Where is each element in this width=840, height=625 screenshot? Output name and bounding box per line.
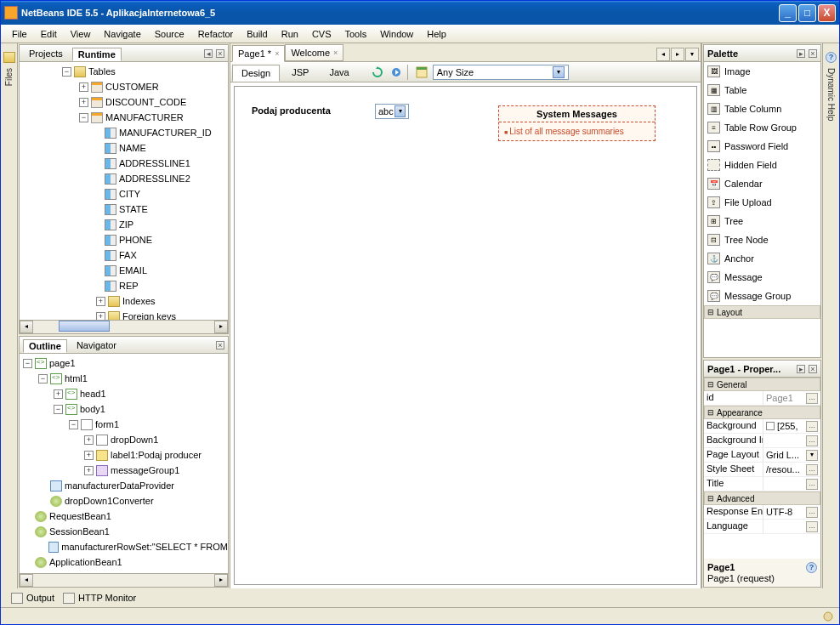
col-email[interactable]: EMAIL	[119, 265, 147, 276]
node-discount[interactable]: DISCOUNT_CODE	[105, 97, 186, 107]
prop-layout[interactable]: Page LayoutGrid L...▾	[704, 448, 820, 463]
menu-file[interactable]: File	[6, 27, 33, 41]
node-manufacturer[interactable]: MANUFACTURER	[105, 112, 184, 122]
files-tab[interactable]: Files	[4, 68, 14, 86]
section-advanced[interactable]: Advanced	[704, 491, 820, 505]
menu-run[interactable]: Run	[275, 27, 304, 41]
panel-close-icon[interactable]: ×	[809, 49, 817, 58]
prop-language[interactable]: Language…	[704, 520, 820, 534]
palette-item-table[interactable]: ▦Table	[704, 81, 820, 99]
close-button[interactable]: X	[818, 4, 836, 22]
nav-menu-button[interactable]: ▾	[685, 48, 699, 61]
col-state[interactable]: STATE	[119, 204, 148, 214]
panel-left-icon[interactable]: ◂	[204, 49, 213, 58]
tab-close-icon[interactable]: ×	[275, 49, 279, 58]
node-body1[interactable]: body1	[80, 404, 105, 414]
form-label[interactable]: Podaj producenta	[252, 105, 331, 116]
palette-item-table-row-group[interactable]: ≡Table Row Group	[704, 118, 820, 137]
node-page1[interactable]: page1	[49, 358, 76, 368]
node-conv[interactable]: dropDown1Converter	[65, 496, 154, 506]
ellipsis-icon[interactable]: …	[806, 507, 818, 518]
node-head1[interactable]: head1	[80, 389, 106, 399]
subtab-java[interactable]: Java	[321, 65, 357, 80]
node-label1[interactable]: label1:Podaj producer	[111, 450, 201, 460]
node-tables[interactable]: Tables	[88, 66, 116, 77]
dropdown-component[interactable]: abc▾	[375, 104, 409, 119]
tab-runtime[interactable]: Runtime	[72, 48, 122, 61]
palette-item-message[interactable]: 💬Message	[704, 268, 820, 287]
palette-item-calendar[interactable]: 📅Calendar	[704, 174, 820, 193]
ellipsis-icon[interactable]: …	[806, 393, 818, 404]
ellipsis-icon[interactable]: …	[806, 421, 818, 432]
panel-close-icon[interactable]: ×	[809, 365, 817, 373]
tab-close-icon[interactable]: ×	[333, 48, 338, 57]
section-general[interactable]: General	[704, 378, 820, 391]
palette-item-anchor[interactable]: ⚓Anchor	[704, 249, 820, 268]
nav-prev-button[interactable]: ◂	[656, 48, 670, 61]
preview-icon[interactable]	[389, 65, 404, 80]
palette-item-password[interactable]: ••Password Field	[704, 137, 820, 156]
node-rowset[interactable]: manufacturerRowSet:"SELECT * FROM	[61, 542, 228, 552]
browser-icon[interactable]	[414, 65, 429, 80]
node-mg1[interactable]: messageGroup1	[111, 465, 179, 475]
node-app[interactable]: ApplicationBean1	[49, 557, 122, 567]
output-tab[interactable]: Output	[11, 593, 54, 604]
http-monitor-tab[interactable]: HTTP Monitor	[63, 593, 136, 604]
minimize-button[interactable]: _	[779, 4, 797, 22]
prop-background[interactable]: Background[255,…	[704, 419, 820, 434]
help-icon[interactable]: ?	[806, 562, 817, 573]
prop-title[interactable]: Title…	[704, 477, 820, 491]
palette-item-image[interactable]: 🖼Image	[704, 62, 820, 81]
subtab-jsp[interactable]: JSP	[283, 65, 317, 80]
menu-navigate[interactable]: Navigate	[98, 27, 146, 41]
tab-outline[interactable]: Outline	[23, 339, 67, 353]
menu-help[interactable]: Help	[421, 27, 452, 41]
size-select[interactable]: Any Size▾	[433, 65, 569, 80]
col-rep[interactable]: REP	[119, 281, 139, 291]
panel-close-icon[interactable]: ×	[216, 49, 224, 58]
section-appearance[interactable]: Appearance	[704, 406, 820, 419]
file-tab-welcome[interactable]: Welcome×	[285, 44, 343, 61]
panel-right-icon[interactable]: ▸	[797, 365, 805, 373]
message-group[interactable]: System Messages List of all message summ…	[498, 105, 656, 141]
col-mid[interactable]: MANUFACTURER_ID	[119, 128, 212, 138]
col-fax[interactable]: FAX	[119, 250, 137, 260]
col-zip[interactable]: ZIP	[119, 219, 133, 230]
menu-window[interactable]: Window	[374, 27, 419, 41]
tab-projects[interactable]: Projects	[23, 47, 69, 60]
file-tab-page1[interactable]: Page1 *×	[232, 45, 285, 62]
col-addr1[interactable]: ADDRESSLINE1	[119, 158, 190, 168]
prop-bgimage[interactable]: Background Im…	[704, 434, 820, 448]
dynamic-help-tab[interactable]: Dynamic Help	[826, 68, 836, 121]
palette-item-treenode[interactable]: ⊟Tree Node	[704, 230, 820, 249]
palette-item-tree[interactable]: ⊞Tree	[704, 212, 820, 230]
col-addr2[interactable]: ADDRESSLINE2	[119, 173, 190, 184]
menu-view[interactable]: View	[65, 27, 97, 41]
node-mdp[interactable]: manufacturerDataProvider	[65, 480, 174, 491]
design-canvas[interactable]: Podaj producenta abc▾ System Messages Li…	[230, 82, 701, 588]
prop-stylesheet[interactable]: Style Sheet/resou...…	[704, 463, 820, 477]
h-scrollbar[interactable]: ◂▸	[20, 320, 228, 333]
ellipsis-icon[interactable]: …	[806, 521, 818, 532]
node-customer[interactable]: CUSTOMER	[105, 82, 159, 92]
palette-item-table-column[interactable]: ▥Table Column	[704, 99, 820, 118]
h-scrollbar[interactable]: ◂▸	[20, 573, 228, 587]
node-sess[interactable]: SessionBean1	[49, 526, 110, 537]
prop-id[interactable]: idPage1…	[704, 391, 820, 406]
ellipsis-icon[interactable]: …	[806, 464, 818, 475]
nav-next-button[interactable]: ▸	[671, 48, 684, 61]
tab-navigator[interactable]: Navigator	[71, 338, 122, 352]
palette-section-layout[interactable]: Layout	[704, 305, 820, 319]
prop-encoding[interactable]: Response EncoUTF-8…	[704, 505, 820, 520]
palette-item-hidden[interactable]: Hidden Field	[704, 156, 820, 174]
node-form1[interactable]: form1	[95, 419, 119, 429]
node-dd1[interactable]: dropDown1	[111, 435, 158, 445]
panel-right-icon[interactable]: ▸	[797, 49, 805, 58]
chevron-down-icon[interactable]: ▾	[806, 450, 818, 461]
maximize-button[interactable]: □	[798, 4, 816, 22]
palette-item-message-group[interactable]: 💬Message Group	[704, 287, 820, 305]
ellipsis-icon[interactable]: …	[806, 435, 818, 446]
node-req[interactable]: RequestBean1	[49, 511, 111, 521]
menu-edit[interactable]: Edit	[35, 27, 63, 41]
menu-build[interactable]: Build	[241, 27, 273, 41]
